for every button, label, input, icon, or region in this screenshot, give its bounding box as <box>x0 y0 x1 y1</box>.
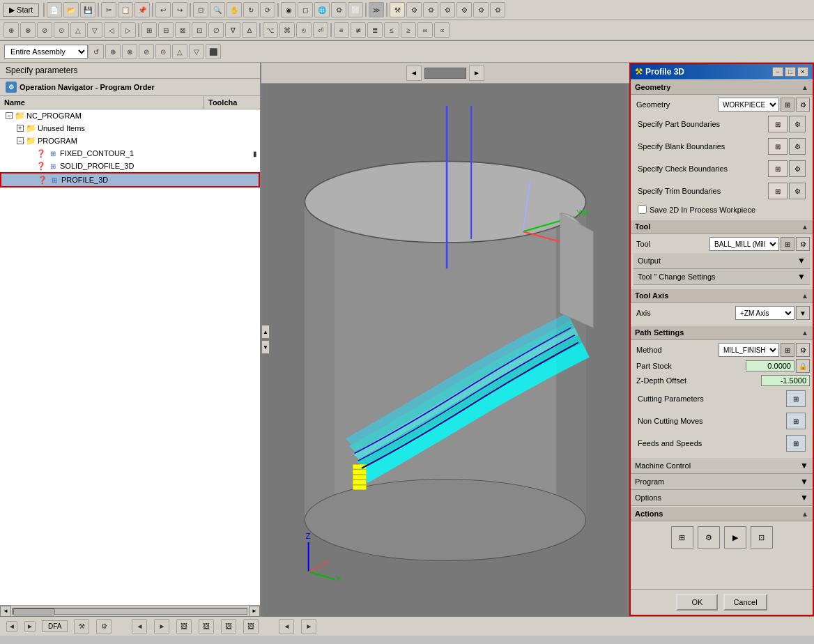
expand-unused[interactable]: + <box>17 125 24 132</box>
tb2-10[interactable]: ⊟ <box>158 22 174 38</box>
tb2-13[interactable]: ∅ <box>208 22 224 38</box>
specify-trim-btn1[interactable]: ⊞ <box>768 183 788 199</box>
z-depth-input[interactable] <box>761 375 810 386</box>
expand-nc-program[interactable]: − <box>6 112 13 119</box>
tb2-6[interactable]: ▽ <box>87 22 102 38</box>
tree-nc-program[interactable]: − 📁 NC_PROGRAM <box>0 109 260 122</box>
tool-settings-btn[interactable]: ⚙ <box>796 237 810 251</box>
tb-cam5[interactable]: ⚙ <box>456 2 472 17</box>
specify-part-btn2[interactable]: ⚙ <box>789 116 806 132</box>
scroll-thumb[interactable] <box>13 608 55 615</box>
assembly-btn2[interactable]: ⊕ <box>105 44 121 59</box>
scroll-track[interactable] <box>13 608 247 615</box>
tb2-11[interactable]: ⊠ <box>175 22 190 38</box>
output-row[interactable]: Output ▼ <box>633 253 810 269</box>
status-cam-btn2[interactable]: ⚙ <box>96 619 112 634</box>
tb-wireframe[interactable]: ◻ <box>298 2 313 17</box>
tool-select-btn[interactable]: ⊞ <box>781 237 794 251</box>
tb-rotate[interactable]: ↻ <box>243 2 259 17</box>
dialog-close-btn[interactable]: ✕ <box>797 67 808 77</box>
tb-save[interactable]: 💾 <box>80 2 95 17</box>
viewport-3d[interactable]: ◄ ► <box>261 63 629 616</box>
save-2d-checkbox[interactable] <box>638 205 647 214</box>
dialog-maximize-btn[interactable]: □ <box>785 67 796 77</box>
tb2-3[interactable]: ⊘ <box>37 22 52 38</box>
tb-cube[interactable]: ⬜ <box>348 2 363 17</box>
specify-check-btn1[interactable]: ⊞ <box>768 160 788 177</box>
tool-section-header[interactable]: Tool ▲ <box>631 219 813 234</box>
tb2-15[interactable]: ∆ <box>242 22 257 38</box>
expand-program[interactable]: − <box>17 137 24 144</box>
tb2-1[interactable]: ⊕ <box>3 22 19 38</box>
cancel-button[interactable]: Cancel <box>723 594 767 611</box>
status-prev2-btn[interactable]: ◄ <box>132 619 147 634</box>
tb-settings2[interactable]: ⚙ <box>331 2 346 17</box>
tb-more1[interactable]: ≫ <box>369 2 384 17</box>
action-btn-1[interactable]: ⊞ <box>671 526 693 549</box>
tb2-8[interactable]: ▷ <box>121 22 136 38</box>
status-prev3-btn[interactable]: ◄ <box>279 619 294 634</box>
action-btn-2[interactable]: ⚙ <box>698 526 720 549</box>
specify-check-btn2[interactable]: ⚙ <box>789 160 806 177</box>
start-button[interactable]: ▶ Start <box>3 3 39 17</box>
method-settings-btn[interactable]: ⚙ <box>796 343 810 357</box>
tb2-4[interactable]: ⊙ <box>54 22 69 38</box>
tb-redo[interactable]: ↪ <box>172 2 187 17</box>
status-img-btn1[interactable]: 🖼 <box>176 619 192 634</box>
tb2-9[interactable]: ⊞ <box>141 22 157 38</box>
status-img-btn3[interactable]: 🖼 <box>221 619 236 634</box>
dialog-minimize-btn[interactable]: − <box>772 67 783 77</box>
tb2-23[interactable]: ≤ <box>384 22 399 38</box>
tb2-25[interactable]: ∞ <box>417 22 433 38</box>
assembly-btn6[interactable]: △ <box>172 44 187 59</box>
ok-button[interactable]: OK <box>676 594 718 611</box>
tb2-22[interactable]: ≣ <box>367 22 383 38</box>
machine-control-header[interactable]: Machine Control ▼ <box>631 458 813 474</box>
action-btn-4[interactable]: ⊡ <box>751 526 773 549</box>
tb-new[interactable]: 📄 <box>47 2 62 17</box>
actions-section-header[interactable]: Actions ▲ <box>631 506 813 521</box>
specify-part-btn1[interactable]: ⊞ <box>768 116 788 132</box>
tb2-16[interactable]: ⌥ <box>263 22 278 38</box>
tb-copy[interactable]: 📋 <box>118 2 133 17</box>
axis-select-btn[interactable]: ▼ <box>796 306 810 320</box>
tb-cam4[interactable]: ⚙ <box>440 2 455 17</box>
tb2-26[interactable]: ∝ <box>434 22 450 38</box>
tb2-18[interactable]: ⎋ <box>296 22 312 38</box>
tb-cam3[interactable]: ⚙ <box>423 2 438 17</box>
tb2-14[interactable]: ∇ <box>225 22 240 38</box>
tb2-20[interactable]: ≡ <box>334 22 349 38</box>
dialog-body[interactable]: Geometry ▲ Geometry WORKPIECE ⊞ ⚙ <box>631 79 813 589</box>
assembly-btn4[interactable]: ⊘ <box>139 44 154 59</box>
status-cam-btn1[interactable]: ⚒ <box>74 619 89 634</box>
tb2-5[interactable]: △ <box>70 22 86 38</box>
tb-pan[interactable]: ✋ <box>226 2 242 17</box>
tb2-19[interactable]: ⏎ <box>313 22 328 38</box>
assembly-btn8[interactable]: ⬛ <box>206 44 221 59</box>
non-cutting-btn[interactable]: ⊞ <box>786 413 806 429</box>
tb-cam6[interactable]: ⚙ <box>473 2 489 17</box>
tb2-12[interactable]: ⊡ <box>192 22 207 38</box>
tree-profile-3d[interactable]: ❓ ⊞ PROFILE_3D <box>0 172 260 187</box>
specify-blank-btn2[interactable]: ⚙ <box>789 138 806 155</box>
options-header[interactable]: Options ▼ <box>631 490 813 506</box>
part-stock-input[interactable] <box>746 360 794 371</box>
tb-cam7[interactable]: ⚙ <box>490 2 505 17</box>
geometry-section-header[interactable]: Geometry ▲ <box>631 79 813 95</box>
tb-open[interactable]: 📂 <box>63 2 79 17</box>
geometry-select-btn[interactable]: ⊞ <box>781 98 794 112</box>
tb-cut[interactable]: ✂ <box>101 2 116 17</box>
tool-change-row[interactable]: Tool " Change Settings ▼ <box>633 269 810 285</box>
tree-unused-items[interactable]: + 📁 Unused Items <box>0 122 260 135</box>
geometry-select[interactable]: WORKPIECE <box>718 98 779 112</box>
tree-fixed-contour[interactable]: ❓ ⊞ FIXED_CONTOUR_1 ▮ <box>0 147 260 160</box>
assembly-btn7[interactable]: ▽ <box>189 44 204 59</box>
program-header[interactable]: Program ▼ <box>631 474 813 490</box>
tb-cam2[interactable]: ⚙ <box>406 2 422 17</box>
specify-trim-btn2[interactable]: ⚙ <box>789 183 806 199</box>
status-next-btn[interactable]: ► <box>24 621 36 632</box>
axis-select[interactable]: +ZM Axis <box>735 306 794 320</box>
viewport-prev-btn[interactable]: ◄ <box>406 66 422 81</box>
side-arrow-up[interactable]: ▲ <box>261 325 270 339</box>
tb2-2[interactable]: ⊗ <box>20 22 36 38</box>
